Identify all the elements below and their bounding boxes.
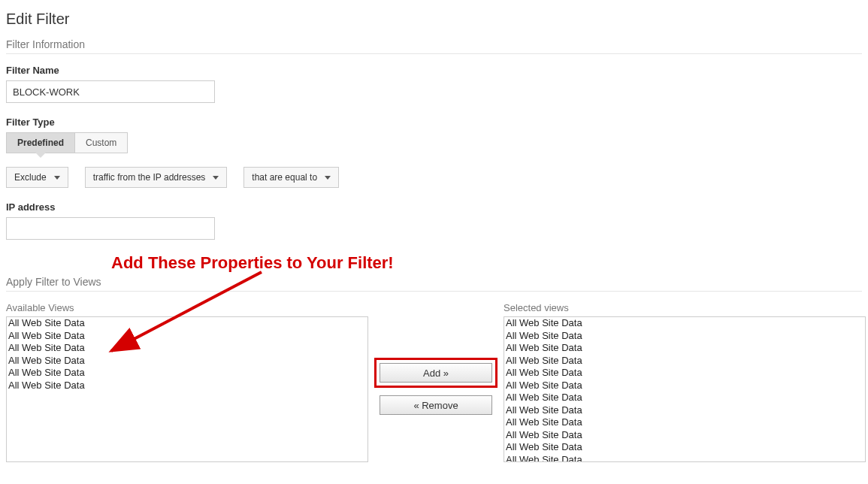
list-item[interactable]: All Web Site Data: [7, 342, 367, 355]
list-item[interactable]: All Web Site Data: [504, 429, 865, 442]
dropdown-action-value: Exclude: [14, 172, 47, 183]
add-button[interactable]: Add »: [380, 363, 492, 383]
ip-address-label: IP address: [6, 201, 862, 213]
list-item[interactable]: All Web Site Data: [504, 416, 865, 429]
list-item[interactable]: All Web Site Data: [7, 355, 367, 368]
dropdown-action[interactable]: Exclude: [6, 167, 68, 188]
section-apply-filter: Apply Filter to Views: [6, 276, 862, 292]
dropdown-source[interactable]: traffic from the IP addresses: [85, 167, 228, 188]
available-views-listbox[interactable]: All Web Site DataAll Web Site DataAll We…: [6, 316, 368, 462]
filter-name-input[interactable]: [6, 80, 215, 103]
list-item[interactable]: All Web Site Data: [504, 454, 865, 463]
list-item[interactable]: All Web Site Data: [504, 380, 865, 392]
list-item[interactable]: All Web Site Data: [7, 330, 367, 343]
list-item[interactable]: All Web Site Data: [504, 441, 865, 454]
ip-address-input[interactable]: [6, 217, 215, 240]
list-item[interactable]: All Web Site Data: [504, 317, 865, 330]
list-item[interactable]: All Web Site Data: [504, 355, 865, 368]
caret-down-icon: [325, 176, 331, 180]
list-item[interactable]: All Web Site Data: [504, 330, 865, 343]
caret-down-icon: [54, 176, 60, 180]
list-item[interactable]: All Web Site Data: [504, 392, 865, 404]
tab-predefined[interactable]: Predefined: [6, 132, 75, 153]
selected-views-listbox[interactable]: All Web Site DataAll Web Site DataAll We…: [504, 316, 866, 462]
dropdown-source-value: traffic from the IP addresses: [93, 172, 206, 183]
section-filter-information: Filter Information: [6, 38, 862, 54]
annotation-text: Add These Properties to Your Filter!: [111, 253, 862, 273]
dropdown-match[interactable]: that are equal to: [243, 167, 339, 188]
list-item[interactable]: All Web Site Data: [7, 317, 367, 330]
dropdown-match-value: that are equal to: [252, 172, 317, 183]
list-item[interactable]: All Web Site Data: [504, 404, 865, 417]
list-item[interactable]: All Web Site Data: [7, 380, 367, 392]
filter-type-label: Filter Type: [6, 116, 862, 128]
page-title: Edit Filter: [6, 11, 862, 28]
selected-views-label: Selected views: [504, 302, 866, 313]
list-item[interactable]: All Web Site Data: [504, 342, 865, 355]
caret-down-icon: [213, 176, 219, 180]
list-item[interactable]: All Web Site Data: [504, 367, 865, 380]
list-item[interactable]: All Web Site Data: [7, 367, 367, 380]
add-button-highlight: Add »: [374, 358, 498, 388]
tab-custom[interactable]: Custom: [75, 132, 128, 153]
available-views-label: Available Views: [6, 302, 368, 313]
remove-button[interactable]: « Remove: [380, 395, 492, 415]
filter-name-label: Filter Name: [6, 65, 862, 76]
